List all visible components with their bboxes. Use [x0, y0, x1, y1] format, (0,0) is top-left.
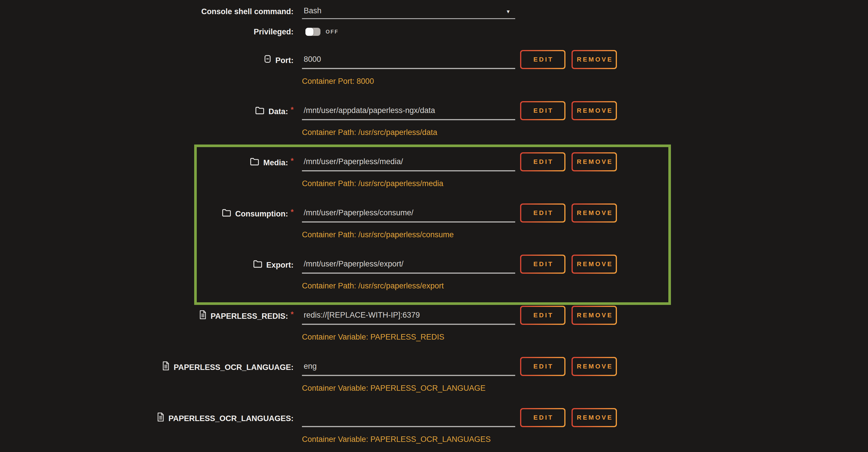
field-help: Container Variable: PAPERLESS_OCR_LANGUA…: [302, 384, 868, 392]
paperless-redis-input[interactable]: redis://[REPLACE-WITH-IP]:6379: [302, 306, 515, 325]
folder-icon: [222, 208, 231, 217]
data-path-input[interactable]: /mnt/user/appdata/paperless-ngx/data: [302, 101, 515, 120]
edit-button[interactable]: EDIT: [520, 254, 565, 274]
field-row-port: Port: 8000 EDIT REMOVE Container Port: 8…: [0, 50, 868, 85]
field-label: Consumption:: [235, 210, 288, 218]
privileged-toggle[interactable]: [305, 28, 320, 36]
folder-icon: [253, 260, 262, 269]
field-label: PAPERLESS_OCR_LANGUAGES:: [168, 414, 293, 423]
edit-button[interactable]: EDIT: [520, 152, 565, 171]
edit-button[interactable]: EDIT: [520, 357, 565, 376]
required-asterisk: *: [291, 208, 293, 216]
required-asterisk: *: [291, 156, 293, 165]
media-path-input[interactable]: /mnt/user/Paperpless/media/: [302, 152, 515, 171]
edit-button[interactable]: EDIT: [520, 306, 565, 325]
console-shell-command-row: Console shell command: Bash ▼: [0, 3, 868, 19]
field-row-paperless-ocr-languages: PAPERLESS_OCR_LANGUAGES: EDIT REMOVE Con…: [0, 408, 868, 443]
file-icon: [157, 412, 165, 422]
edit-button[interactable]: EDIT: [520, 101, 565, 120]
toggle-knob: [305, 28, 313, 36]
field-help: Container Path: /usr/src/paperless/media: [302, 179, 868, 187]
field-label: Media:: [263, 158, 288, 167]
docker-container-template-page: Console shell command: Bash ▼ Privileged…: [0, 0, 868, 452]
privileged-state-label: OFF: [326, 29, 339, 35]
console-shell-command-select[interactable]: Bash ▼: [302, 3, 515, 19]
chevron-down-icon: ▼: [506, 9, 510, 15]
remove-button[interactable]: REMOVE: [571, 152, 617, 171]
edit-button[interactable]: EDIT: [520, 204, 565, 222]
remove-button[interactable]: REMOVE: [571, 254, 617, 274]
folder-icon: [255, 106, 265, 115]
edit-button[interactable]: EDIT: [520, 50, 565, 69]
edit-button[interactable]: EDIT: [520, 408, 565, 427]
export-path-input[interactable]: /mnt/user/Paperpless/export/: [302, 254, 515, 274]
field-help: Container Path: /usr/src/paperless/data: [302, 128, 868, 137]
remove-button[interactable]: REMOVE: [571, 204, 617, 222]
remove-button[interactable]: REMOVE: [571, 408, 617, 427]
remove-button[interactable]: REMOVE: [571, 306, 617, 325]
console-shell-command-value: Bash: [304, 6, 321, 15]
field-row-media: Media: * /mnt/user/Paperpless/media/ EDI…: [0, 152, 868, 187]
folder-icon: [250, 157, 259, 166]
field-row-paperless-redis: PAPERLESS_REDIS: * redis://[REPLACE-WITH…: [0, 306, 868, 341]
field-row-data: Data: * /mnt/user/appdata/paperless-ngx/…: [0, 101, 868, 137]
port-input[interactable]: 8000: [302, 50, 515, 69]
remove-button[interactable]: REMOVE: [571, 357, 617, 376]
field-help: Container Variable: PAPERLESS_REDIS: [302, 333, 868, 341]
required-asterisk: *: [291, 310, 293, 319]
field-label: PAPERLESS_REDIS:: [211, 312, 288, 321]
field-label: PAPERLESS_OCR_LANGUAGE:: [174, 363, 293, 372]
remove-button[interactable]: REMOVE: [571, 50, 617, 69]
remove-button[interactable]: REMOVE: [571, 101, 617, 120]
file-icon: [162, 361, 170, 371]
field-row-consumption: Consumption: * /mnt/user/Paperpless/cons…: [0, 204, 868, 239]
field-help: Container Path: /usr/src/paperless/expor…: [302, 282, 868, 290]
field-row-export: Export: /mnt/user/Paperpless/export/ EDI…: [0, 254, 868, 290]
console-shell-command-label: Console shell command:: [201, 7, 293, 16]
field-help: Container Path: /usr/src/paperless/consu…: [302, 231, 868, 239]
field-help: Container Port: 8000: [302, 77, 868, 85]
field-row-paperless-ocr-language: PAPERLESS_OCR_LANGUAGE: eng EDIT REMOVE …: [0, 357, 868, 392]
paperless-ocr-language-input[interactable]: eng: [302, 357, 515, 376]
field-label: Data:: [269, 107, 288, 116]
port-icon: [264, 54, 272, 64]
field-label: Port:: [275, 56, 293, 65]
consumption-path-input[interactable]: /mnt/user/Paperpless/consume/: [302, 204, 515, 222]
required-asterisk: *: [291, 105, 293, 114]
privileged-row: Privileged: OFF: [0, 28, 868, 36]
file-icon: [199, 310, 207, 320]
field-help: Container Variable: PAPERLESS_OCR_LANGUA…: [302, 435, 868, 443]
field-label: Export:: [267, 261, 294, 270]
privileged-label: Privileged:: [254, 27, 293, 36]
paperless-ocr-languages-input[interactable]: [302, 408, 515, 427]
